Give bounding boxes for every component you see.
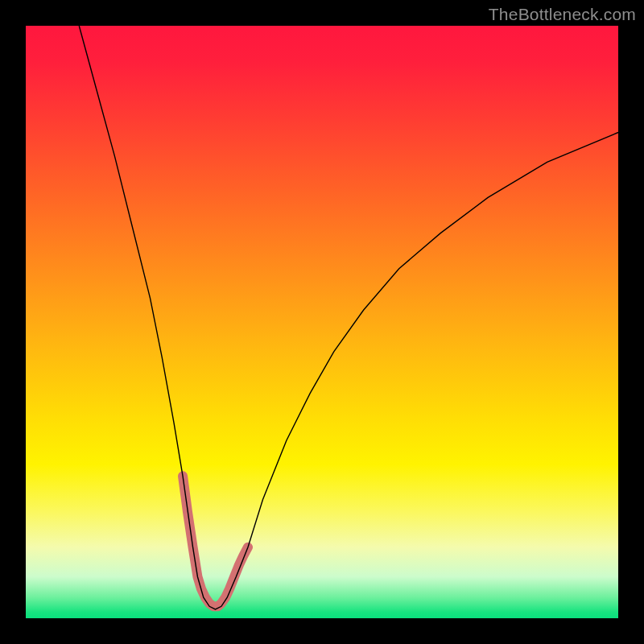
plot-area [26,26,618,618]
bottleneck-curve [79,26,618,609]
chart-frame: TheBottleneck.com [0,0,644,644]
watermark-text: TheBottleneck.com [489,5,636,24]
chart-svg [26,26,618,618]
